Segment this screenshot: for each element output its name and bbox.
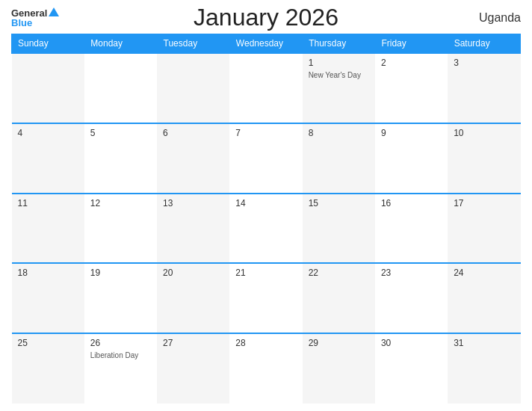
logo-triangle-icon [49, 7, 59, 16]
week-row-1: 1New Year's Day23 [12, 53, 521, 123]
day-number: 26 [90, 338, 151, 348]
day-number: 6 [163, 128, 223, 138]
calendar-cell: 28 [229, 333, 302, 404]
day-header-sunday: Sunday [12, 34, 84, 54]
day-number: 27 [163, 338, 223, 348]
calendar-cell: 1New Year's Day [303, 53, 375, 123]
week-row-2: 45678910 [12, 123, 521, 194]
week-row-4: 18192021222324 [12, 263, 521, 333]
calendar-cell: 16 [375, 194, 448, 264]
calendar-cell: 18 [12, 263, 84, 333]
day-number: 31 [454, 338, 514, 348]
logo: General Blue [11, 7, 59, 28]
day-number: 10 [454, 128, 514, 138]
day-number: 18 [18, 268, 78, 278]
day-header-saturday: Saturday [448, 34, 520, 54]
calendar-table: SundayMondayTuesdayWednesdayThursdayFrid… [11, 34, 521, 404]
day-number: 9 [381, 128, 442, 138]
day-header-tuesday: Tuesday [157, 34, 229, 54]
calendar-cell: 6 [157, 123, 229, 194]
logo-blue-text: Blue [11, 18, 32, 28]
day-number: 12 [90, 198, 151, 208]
calendar-cell [229, 53, 302, 123]
calendar-cell: 29 [303, 333, 375, 404]
calendar-cell: 5 [84, 123, 157, 194]
calendar-cell: 9 [375, 123, 448, 194]
day-number: 30 [381, 338, 442, 348]
calendar-cell: 17 [448, 194, 520, 264]
calendar-cell: 10 [448, 123, 520, 194]
day-header-wednesday: Wednesday [229, 34, 302, 54]
calendar-cell: 13 [157, 194, 229, 264]
day-number: 4 [18, 128, 78, 138]
days-header-row: SundayMondayTuesdayWednesdayThursdayFrid… [12, 34, 521, 54]
day-number: 29 [309, 338, 369, 348]
calendar-cell: 12 [84, 194, 157, 264]
day-number: 24 [454, 268, 514, 278]
calendar-cell: 3 [448, 53, 520, 123]
holiday-label: New Year's Day [309, 70, 369, 80]
calendar-cell: 11 [12, 194, 84, 264]
calendar-cell: 27 [157, 333, 229, 404]
calendar-cell: 2 [375, 53, 448, 123]
day-number: 3 [454, 58, 514, 68]
month-title: January 2026 [194, 4, 338, 31]
day-number: 8 [309, 128, 369, 138]
calendar-cell: 14 [229, 194, 302, 264]
calendar-cell: 4 [12, 123, 84, 194]
calendar-header: General Blue January 2026 Uganda [11, 7, 521, 28]
calendar-cell: 26Liberation Day [84, 333, 157, 404]
calendar-container: General Blue January 2026 Uganda SundayM… [0, 0, 532, 411]
day-number: 21 [235, 268, 296, 278]
day-number: 1 [309, 58, 369, 68]
calendar-cell [157, 53, 229, 123]
week-row-3: 11121314151617 [12, 194, 521, 264]
calendar-cell: 8 [303, 123, 375, 194]
day-number: 19 [90, 268, 151, 278]
day-number: 7 [235, 128, 296, 138]
day-number: 15 [309, 198, 369, 208]
day-number: 16 [381, 198, 442, 208]
holiday-label: Liberation Day [90, 350, 151, 360]
calendar-cell: 21 [229, 263, 302, 333]
calendar-cell: 20 [157, 263, 229, 333]
day-number: 13 [163, 198, 223, 208]
country-label: Uganda [479, 11, 521, 25]
day-header-monday: Monday [84, 34, 157, 54]
calendar-cell: 24 [448, 263, 520, 333]
week-row-5: 2526Liberation Day2728293031 [12, 333, 521, 404]
day-header-thursday: Thursday [303, 34, 375, 54]
logo-general-text: General [11, 8, 47, 18]
day-number: 2 [381, 58, 442, 68]
calendar-cell: 25 [12, 333, 84, 404]
calendar-cell: 15 [303, 194, 375, 264]
day-number: 20 [163, 268, 223, 278]
calendar-cell [84, 53, 157, 123]
calendar-cell: 7 [229, 123, 302, 194]
day-number: 25 [18, 338, 78, 348]
calendar-cell: 19 [84, 263, 157, 333]
day-number: 23 [381, 268, 442, 278]
day-number: 14 [235, 198, 296, 208]
day-number: 22 [309, 268, 369, 278]
day-header-friday: Friday [375, 34, 448, 54]
day-number: 5 [90, 128, 151, 138]
calendar-cell: 31 [448, 333, 520, 404]
day-number: 11 [18, 198, 78, 208]
calendar-cell: 22 [303, 263, 375, 333]
day-number: 17 [454, 198, 514, 208]
calendar-cell [12, 53, 84, 123]
calendar-cell: 23 [375, 263, 448, 333]
calendar-cell: 30 [375, 333, 448, 404]
day-number: 28 [235, 338, 296, 348]
